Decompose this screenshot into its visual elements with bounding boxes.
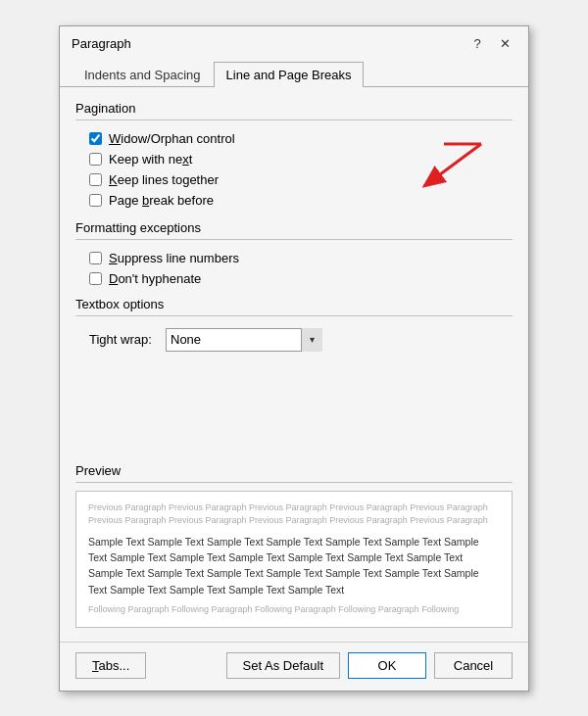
keep-lines-label: Keep lines together: [109, 172, 219, 187]
preview-divider: [75, 482, 513, 483]
dialog-title: Paragraph: [72, 36, 131, 51]
pagination-section: Pagination Widow/Orphan control Keep wit…: [75, 101, 513, 211]
tab-line-and-page-breaks[interactable]: Line and Page Breaks: [214, 62, 365, 87]
tight-wrap-select[interactable]: None All First and last lines First line…: [166, 328, 322, 352]
widow-orphan-row: Widow/Orphan control: [75, 128, 513, 149]
page-break-checkbox[interactable]: [89, 194, 102, 207]
button-right-group: Set As Default OK Cancel: [226, 652, 513, 679]
preview-box: Previous Paragraph Previous Paragraph Pr…: [75, 491, 513, 628]
tight-wrap-row: Tight wrap: None All First and last line…: [75, 324, 513, 356]
keep-with-next-row: Keep with next: [75, 149, 513, 169]
widow-orphan-label: Widow/Orphan control: [109, 131, 235, 146]
page-break-label: Page break before: [109, 193, 214, 208]
tight-wrap-label: Tight wrap:: [89, 332, 158, 347]
dont-hyphenate-label: Don't hyphenate: [109, 271, 201, 286]
button-left-group: Tabs...: [75, 652, 146, 679]
formatting-section: Formatting exceptions Suppress line numb…: [75, 220, 513, 289]
title-bar: Paragraph ? ✕: [60, 26, 528, 58]
preview-following-text: Following Paragraph Following Paragraph …: [88, 603, 500, 617]
button-row: Tabs... Set As Default OK Cancel: [60, 642, 528, 691]
set-as-default-button[interactable]: Set As Default: [226, 652, 340, 679]
textbox-divider: [75, 315, 513, 316]
tab-indents-and-spacing[interactable]: Indents and Spacing: [72, 62, 214, 87]
keep-lines-checkbox[interactable]: [89, 173, 102, 186]
tight-wrap-dropdown-wrapper: None All First and last lines First line…: [166, 328, 322, 352]
suppress-line-label: Suppress line numbers: [109, 251, 239, 265]
dont-hyphenate-row: Don't hyphenate: [75, 268, 513, 289]
pagination-title: Pagination: [75, 101, 513, 116]
paragraph-dialog: Paragraph ? ✕ Indents and Spacing Line a…: [59, 25, 529, 692]
keep-with-next-label: Keep with next: [109, 152, 192, 167]
page-break-row: Page break before: [75, 190, 513, 211]
tabs-button[interactable]: Tabs...: [75, 652, 146, 679]
dont-hyphenate-checkbox[interactable]: [89, 272, 102, 285]
preview-sample-text: Sample Text Sample Text Sample Text Samp…: [88, 534, 500, 597]
ok-button[interactable]: OK: [348, 652, 426, 679]
keep-with-next-checkbox[interactable]: [89, 153, 102, 166]
annotation-area: Keep with next Keep lines together Page …: [75, 149, 513, 211]
pagination-divider: [75, 119, 513, 120]
keep-lines-row: Keep lines together: [75, 169, 513, 190]
textbox-section: Textbox options Tight wrap: None All Fir…: [75, 297, 513, 356]
dialog-content: Pagination Widow/Orphan control Keep wit…: [60, 87, 528, 642]
tabs-row: Indents and Spacing Line and Page Breaks: [60, 62, 528, 87]
preview-previous-text: Previous Paragraph Previous Paragraph Pr…: [88, 501, 500, 528]
close-button[interactable]: ✕: [493, 34, 516, 54]
suppress-line-row: Suppress line numbers: [75, 248, 513, 268]
preview-label: Preview: [75, 463, 513, 478]
textbox-title: Textbox options: [75, 297, 513, 311]
suppress-line-checkbox[interactable]: [89, 252, 102, 264]
formatting-title: Formatting exceptions: [75, 220, 513, 235]
widow-orphan-checkbox[interactable]: [89, 132, 102, 145]
help-button[interactable]: ?: [466, 34, 489, 54]
cancel-button[interactable]: Cancel: [434, 652, 513, 679]
formatting-divider: [75, 239, 513, 240]
preview-section: Preview Previous Paragraph Previous Para…: [75, 453, 513, 628]
